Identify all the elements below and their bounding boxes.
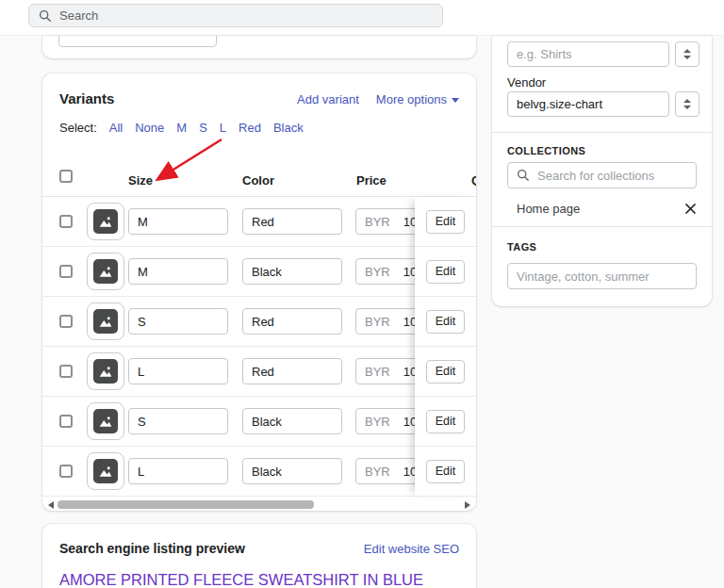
image-placeholder-icon [93, 359, 118, 384]
partial-card-above [42, 36, 476, 58]
row-checkbox[interactable] [59, 415, 73, 428]
variant-row: M Red BYR10 [42, 197, 476, 247]
color-input[interactable]: Red [242, 358, 342, 384]
product-type-stepper-button[interactable] [675, 41, 699, 67]
color-input[interactable]: Black [242, 408, 342, 434]
edit-cell: Edit [415, 247, 476, 297]
variant-image-button[interactable] [87, 203, 124, 240]
remove-collection-button[interactable] [675, 203, 697, 215]
edit-cell: Edit [415, 397, 476, 447]
select-option-red[interactable]: Red [239, 121, 261, 135]
topbar: Search [0, 0, 724, 36]
variant-row: S Red BYR10 [42, 297, 476, 347]
column-header-color: Color [242, 173, 274, 188]
vendor-input[interactable] [507, 91, 669, 117]
variant-image-button[interactable] [87, 402, 124, 440]
collections-search-placeholder: Search for collections [537, 169, 654, 183]
color-input[interactable]: Red [242, 308, 342, 335]
collection-item-home-page: Home page [507, 198, 697, 219]
edit-button[interactable]: Edit [426, 260, 466, 284]
truncated-text-field[interactable] [58, 36, 217, 47]
select-label: Select: [59, 121, 97, 135]
seo-preview-card: Search engine listing preview Edit websi… [42, 524, 476, 588]
sticky-edit-column: EditEditEditEditEditEdit [415, 197, 476, 497]
column-header-size: Size [128, 173, 153, 188]
row-checkbox[interactable] [59, 265, 73, 278]
row-checkbox[interactable] [59, 465, 73, 478]
select-option-all[interactable]: All [109, 121, 123, 135]
variant-row: L Red BYR10 [42, 347, 476, 397]
edit-button[interactable]: Edit [426, 310, 466, 334]
variant-image-button[interactable] [87, 452, 124, 490]
select-row: Select: AllNoneMSLRedBlack [59, 121, 459, 135]
select-option-l[interactable]: L [220, 121, 226, 135]
select-option-s[interactable]: S [199, 121, 207, 135]
edit-button[interactable]: Edit [426, 410, 466, 433]
add-variant-link[interactable]: Add variant [297, 92, 359, 106]
updown-arrows-icon [683, 98, 692, 110]
size-input[interactable]: S [128, 308, 228, 335]
vendor-stepper-button[interactable] [675, 91, 699, 117]
variants-title: Variants [59, 90, 114, 106]
tags-heading: TAGS [507, 241, 536, 253]
scroll-left-arrow-icon[interactable] [48, 501, 54, 509]
variant-image-button[interactable] [87, 352, 124, 390]
row-checkbox[interactable] [59, 215, 73, 228]
size-input[interactable]: M [128, 258, 228, 285]
size-input[interactable]: M [128, 208, 228, 235]
search-icon [39, 9, 52, 23]
edit-button[interactable]: Edit [426, 360, 466, 384]
color-input[interactable]: Black [242, 258, 342, 285]
collections-search-input[interactable]: Search for collections [507, 162, 697, 188]
edit-cell: Edit [415, 347, 476, 397]
color-input[interactable]: Black [242, 458, 342, 484]
row-checkbox[interactable] [59, 315, 73, 328]
seo-preview-page-title: AMORE PRINTED FLEECE SWEATSHIRT IN BLUE [59, 571, 459, 588]
size-input[interactable]: L [128, 458, 228, 484]
updown-arrows-icon [683, 48, 692, 60]
image-placeholder-icon [93, 309, 118, 334]
size-input[interactable]: L [128, 358, 228, 384]
row-checkbox[interactable] [59, 365, 73, 378]
seo-card-title: Search engine listing preview [59, 541, 245, 556]
edit-button[interactable]: Edit [426, 210, 466, 234]
content-area: Variants Add variant More options Select… [0, 36, 724, 588]
color-input[interactable]: Red [242, 208, 342, 235]
image-placeholder-icon [93, 209, 118, 234]
vendor-label: Vendor [507, 75, 546, 90]
variant-image-button[interactable] [87, 302, 124, 340]
variant-image-button[interactable] [87, 253, 124, 290]
close-icon [684, 203, 697, 215]
select-all-checkbox[interactable] [59, 170, 73, 183]
tags-input[interactable] [507, 263, 697, 289]
variant-row: S Black BYR10 [42, 397, 476, 447]
select-option-m[interactable]: M [176, 121, 187, 135]
more-options-link[interactable]: More options [376, 92, 459, 106]
image-placeholder-icon [93, 259, 118, 284]
horizontal-scrollbar[interactable] [46, 499, 472, 511]
chevron-down-icon [452, 98, 459, 103]
edit-cell: Edit [415, 297, 476, 347]
edit-button[interactable]: Edit [426, 460, 466, 483]
image-placeholder-icon [93, 459, 118, 483]
variants-card: Variants Add variant More options Select… [42, 74, 476, 511]
scroll-right-arrow-icon[interactable] [465, 501, 470, 509]
divider [492, 132, 712, 133]
search-icon [517, 169, 530, 182]
scrollbar-thumb[interactable] [58, 500, 314, 509]
global-search-input[interactable]: Search [28, 4, 443, 27]
size-input[interactable]: S [128, 408, 228, 434]
divider [492, 226, 712, 227]
edit-cell: Edit [415, 197, 476, 247]
edit-website-seo-link[interactable]: Edit website SEO [364, 542, 459, 556]
collection-item-label: Home page [507, 202, 580, 216]
variant-row: L Black BYR10 [42, 447, 476, 497]
global-search-placeholder: Search [59, 8, 98, 23]
organization-sidebar-card: Vendor COLLECTIONS Search for collection… [492, 36, 712, 306]
select-option-black[interactable]: Black [273, 121, 304, 135]
variant-row: M Black BYR10 [42, 247, 476, 297]
product-type-input[interactable] [507, 41, 669, 67]
variant-rows: M Red BYR10 M Black BYR10 [42, 197, 476, 497]
select-option-none[interactable]: None [135, 121, 164, 135]
collections-heading: COLLECTIONS [507, 145, 585, 156]
